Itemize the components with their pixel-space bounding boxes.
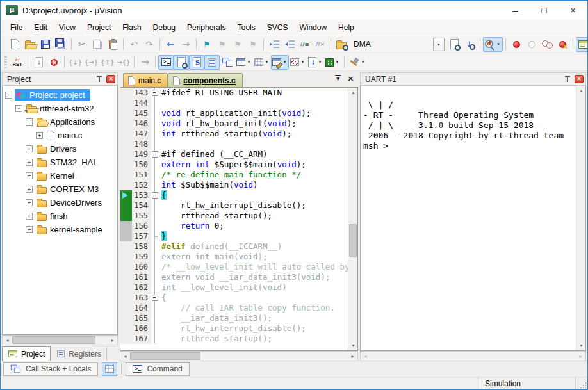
tree-expander-icon[interactable]: + xyxy=(26,186,33,193)
tree-item-stm32-hal[interactable]: +STM32_HAL xyxy=(3,156,117,169)
uncomment-button[interactable]: //× xyxy=(313,37,328,52)
save-button[interactable] xyxy=(38,37,53,52)
dropdown-arrow-icon[interactable]: ▾ xyxy=(245,60,252,65)
memory-window-button[interactable]: ▾ xyxy=(253,55,271,70)
show-next-statement-button[interactable] xyxy=(31,55,46,70)
tree-item-project-project[interactable]: -Project: project xyxy=(3,88,117,102)
code-line[interactable]: 160/* __low_level_init will auto called … xyxy=(120,262,348,272)
scroll-left-icon[interactable]: ◂ xyxy=(361,352,370,361)
tree-item-cortex-m3[interactable]: +CORTEX-M3 xyxy=(3,183,117,196)
tree-expander-icon[interactable]: + xyxy=(26,145,33,152)
navigate-forward-button[interactable]: → xyxy=(178,37,193,52)
cut-button[interactable]: ✂ xyxy=(74,37,90,52)
undo-button[interactable]: ↶ xyxy=(126,37,142,52)
code-line[interactable]: 162int __low_level_init(void) xyxy=(120,282,348,293)
code-line[interactable]: 150extern int $Super$$main(void); xyxy=(120,159,348,170)
tree-expander-icon[interactable]: + xyxy=(26,159,33,166)
code-line[interactable]: 166 rt_hw_interrupt_disable(); xyxy=(120,323,348,334)
disable-all-breakpoints-button[interactable] xyxy=(539,37,555,52)
uart-panel-close-icon[interactable]: × xyxy=(575,75,584,83)
dropdown-arrow-icon[interactable]: ▾ xyxy=(359,60,366,65)
code-line[interactable]: 161extern void __iar_data_init3(void); xyxy=(120,272,348,282)
menu-tools[interactable]: Tools xyxy=(232,21,261,34)
code-line[interactable]: 154 rt_hw_interrupt_disable(); xyxy=(120,200,348,211)
code-editor[interactable]: 143#ifdef RT_USING_USER_MAIN144145void r… xyxy=(120,88,348,350)
menu-debug[interactable]: Debug xyxy=(147,21,181,34)
search-combobox[interactable]: DMA▾ xyxy=(351,38,445,51)
scroll-down-icon[interactable]: ▾ xyxy=(576,341,586,350)
minimize-button[interactable]: – xyxy=(501,1,530,20)
tree-expander-icon[interactable]: + xyxy=(26,213,33,220)
code-line[interactable]: 156 return 0; xyxy=(120,221,348,231)
tree-item-drivers[interactable]: +Drivers xyxy=(3,142,117,156)
window-list-icon[interactable]: ▼ xyxy=(335,76,341,82)
search-input[interactable]: DMA xyxy=(351,38,433,51)
system-viewer-button[interactable]: ▾ xyxy=(307,55,324,70)
reset-button[interactable]: ↩RST xyxy=(10,55,25,70)
lookup-word-button[interactable] xyxy=(446,37,462,52)
navigate-back-button[interactable]: ← xyxy=(163,37,178,52)
code-line[interactable]: 159extern int main(void); xyxy=(120,252,348,262)
dropdown-arrow-icon[interactable]: ▾ xyxy=(263,60,270,65)
menu-view[interactable]: View xyxy=(53,21,81,34)
tree-expander-icon[interactable]: + xyxy=(26,199,33,206)
code-line[interactable]: 163{ xyxy=(120,293,348,303)
tree-expander-icon[interactable]: - xyxy=(5,92,12,99)
code-line[interactable]: 152int $Sub$$main(void) xyxy=(120,180,348,190)
scroll-up-icon[interactable]: ▴ xyxy=(348,88,358,97)
close-button[interactable]: × xyxy=(559,1,587,20)
code-line[interactable]: 146void rt_hw_board_init(void); xyxy=(120,118,348,129)
save-all-button[interactable] xyxy=(53,37,69,52)
outdent-button[interactable] xyxy=(282,37,297,52)
bookmark-clear-button[interactable]: ⚑ xyxy=(245,37,261,52)
scroll-left-icon[interactable]: ◂ xyxy=(3,336,12,345)
pin-icon[interactable] xyxy=(564,76,571,83)
disassembly-window-button[interactable] xyxy=(174,55,189,70)
bookmark-prev-button[interactable]: ⚑ xyxy=(215,37,230,52)
serial-window-button[interactable]: ▾ xyxy=(271,55,289,70)
tree-item-kernel[interactable]: +Kernel xyxy=(3,169,117,183)
symbol-window-button[interactable] xyxy=(189,55,204,70)
command-tab[interactable]: Command xyxy=(126,362,189,376)
scroll-thumb[interactable] xyxy=(12,336,95,344)
editor-hscrollbar[interactable]: ◂ ▸ xyxy=(120,351,358,361)
new-file-button[interactable] xyxy=(7,37,22,52)
open-file-button[interactable] xyxy=(22,37,38,52)
project-hscrollbar[interactable]: ◂ ▸ xyxy=(2,335,118,345)
dropdown-arrow-icon[interactable]: ▾ xyxy=(299,60,306,65)
code-line[interactable]: 144 xyxy=(120,98,348,108)
tree-expander-icon[interactable]: + xyxy=(36,132,43,139)
fold-collapse-icon[interactable] xyxy=(151,190,159,200)
indent-button[interactable] xyxy=(266,37,282,52)
editor-close-icon[interactable]: × xyxy=(347,74,354,83)
find-button[interactable]: ▾ xyxy=(483,37,503,52)
tree-expander-icon[interactable]: + xyxy=(26,226,33,233)
code-line[interactable]: 167 rtthread_startup(); xyxy=(120,334,348,344)
pin-icon[interactable] xyxy=(96,76,102,83)
scroll-right-icon[interactable]: ▸ xyxy=(348,352,357,361)
editor-tab-components-c[interactable]: components.c xyxy=(168,73,242,87)
menu-help[interactable]: Help xyxy=(332,21,360,34)
combo-dropdown-icon[interactable]: ▾ xyxy=(433,38,445,51)
code-line[interactable]: 157} xyxy=(120,231,348,241)
tree-item-devicedrivers[interactable]: +DeviceDrivers xyxy=(3,196,117,209)
callstack-window-button[interactable] xyxy=(220,55,235,70)
step-over-button[interactable]: {→} xyxy=(83,55,99,70)
fold-collapse-icon[interactable] xyxy=(151,149,159,159)
fold-collapse-icon[interactable] xyxy=(151,293,159,303)
tree-expander-icon[interactable]: - xyxy=(26,118,33,126)
project-panel-close-icon[interactable]: × xyxy=(106,75,115,83)
tree-expander-icon[interactable]: - xyxy=(15,105,22,112)
code-line[interactable]: 153{ xyxy=(120,190,348,200)
incremental-find-button[interactable]: ↓ xyxy=(462,37,477,52)
tools-menu-button[interactable]: ▾ xyxy=(347,55,367,70)
menu-svcs[interactable]: SVCS xyxy=(261,21,294,34)
dropdown-arrow-icon[interactable]: ▾ xyxy=(316,60,323,65)
menu-window[interactable]: Window xyxy=(293,21,332,34)
code-line[interactable]: 165 __iar_data_init3(); xyxy=(120,313,348,323)
kill-all-breakpoints-button[interactable] xyxy=(555,37,570,52)
tree-item-applications[interactable]: -Applications xyxy=(3,115,117,129)
tree-expander-icon[interactable]: + xyxy=(26,172,33,179)
code-line[interactable]: 143#ifdef RT_USING_USER_MAIN xyxy=(120,88,348,98)
scroll-down-icon[interactable]: ▾ xyxy=(348,341,358,350)
